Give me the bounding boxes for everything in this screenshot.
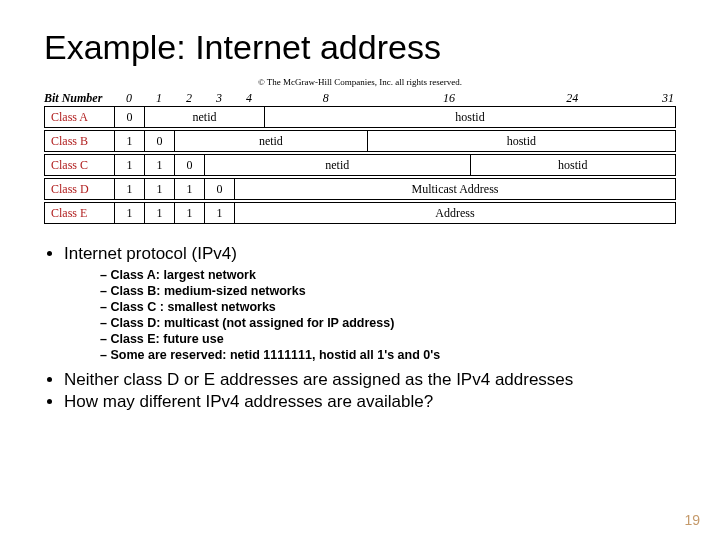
copyright-line: © The McGraw-Hill Companies, Inc. all ri… <box>44 77 676 87</box>
sub-bullet: Class B: medium-sized networks <box>100 284 676 298</box>
sub-bullet: Class D: multicast (not assigned for IP … <box>100 316 676 330</box>
class-label: Class B <box>45 131 115 152</box>
address-class-diagram: Bit Number 0 1 2 3 4 8 16 24 31 Class A … <box>44 91 676 224</box>
bit-cell: 1 <box>145 155 175 176</box>
class-label: Class C <box>45 155 115 176</box>
sub-bullet: Some are reserved: netid 1111111, hostid… <box>100 348 676 362</box>
page-number: 19 <box>684 512 700 528</box>
bitnum: 16 <box>387 91 510 106</box>
class-label: Class D <box>45 179 115 200</box>
class-table: Class A 0 netid hostid Class B 1 0 netid… <box>44 106 676 224</box>
field-cell: Multicast Address <box>235 179 676 200</box>
bit-cell: 0 <box>175 155 205 176</box>
bullet-tail: Neither class D or E addresses are assig… <box>64 370 676 390</box>
class-label: Class E <box>45 203 115 224</box>
table-row: Class D 1 1 1 0 Multicast Address <box>45 179 676 200</box>
sub-bullet: Class A: largest network <box>100 268 676 282</box>
bit-cell: 1 <box>175 203 205 224</box>
bit-cell: 1 <box>145 179 175 200</box>
sub-bullet: Class E: future use <box>100 332 676 346</box>
field-cell: hostid <box>265 107 676 128</box>
bitnum: 31 <box>634 91 676 106</box>
bitnum: 2 <box>174 91 204 106</box>
bit-cell: 1 <box>115 155 145 176</box>
field-cell: netid <box>205 155 471 176</box>
bullet-text: Internet protocol (IPv4) <box>64 244 237 263</box>
bitnum: 4 <box>234 91 264 106</box>
table-row: Class A 0 netid hostid <box>45 107 676 128</box>
bullet-tail: How may different IPv4 addresses are ava… <box>64 392 676 412</box>
bitnum: 8 <box>264 91 387 106</box>
bit-cell: 0 <box>115 107 145 128</box>
bit-cell: 0 <box>205 179 235 200</box>
class-label: Class A <box>45 107 115 128</box>
bitnum: 3 <box>204 91 234 106</box>
field-cell: hostid <box>367 131 675 152</box>
slide-title: Example: Internet address <box>44 28 676 67</box>
bullet-block: Internet protocol (IPv4) Class A: larges… <box>44 244 676 412</box>
bitnum: 1 <box>144 91 174 106</box>
table-row: Class C 1 1 0 netid hostid <box>45 155 676 176</box>
field-cell: hostid <box>470 155 676 176</box>
table-row: Class B 1 0 netid hostid <box>45 131 676 152</box>
bit-cell: 1 <box>115 131 145 152</box>
field-cell: Address <box>235 203 676 224</box>
field-cell: netid <box>175 131 368 152</box>
table-row: Class E 1 1 1 1 Address <box>45 203 676 224</box>
bit-number-label: Bit Number <box>44 91 114 106</box>
field-cell: netid <box>145 107 265 128</box>
bit-cell: 1 <box>175 179 205 200</box>
bitnum: 0 <box>114 91 144 106</box>
bit-cell: 1 <box>205 203 235 224</box>
sub-bullet: Class C : smallest networks <box>100 300 676 314</box>
bit-cell: 1 <box>115 179 145 200</box>
bit-cell: 0 <box>145 131 175 152</box>
bitnum: 24 <box>511 91 634 106</box>
bit-cell: 1 <box>145 203 175 224</box>
bit-cell: 1 <box>115 203 145 224</box>
bullet-main: Internet protocol (IPv4) Class A: larges… <box>64 244 676 362</box>
bit-number-row: Bit Number 0 1 2 3 4 8 16 24 31 <box>114 91 676 106</box>
